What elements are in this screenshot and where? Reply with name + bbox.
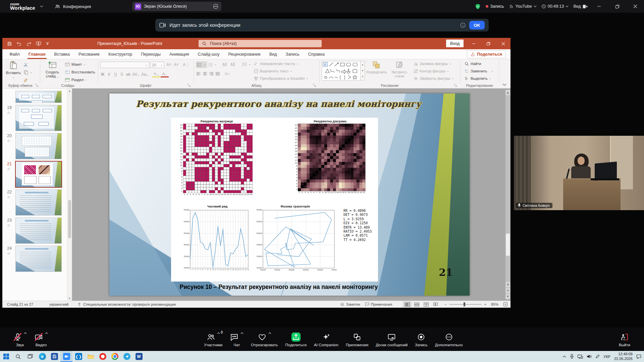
ribbon-tab[interactable]: Главная — [24, 49, 50, 59]
new-slide-button[interactable]: Создать слайд ⌄ — [43, 61, 62, 78]
slide-thumbnail[interactable]: 21 ☆ — [4, 162, 72, 187]
minimize-button[interactable] — [592, 0, 606, 13]
reading-view-button[interactable] — [422, 301, 430, 307]
quick-styles-button[interactable]: Экспресс-стили — [389, 61, 410, 78]
font-color-button[interactable]: A⌄ — [161, 72, 169, 77]
ppt-restore-button[interactable] — [481, 38, 496, 49]
chevron-up-icon[interactable] — [217, 332, 220, 334]
drawing-dialog-launcher[interactable] — [454, 84, 457, 87]
ribbon-tab[interactable]: Слайд-шоу — [194, 49, 224, 59]
fit-slide-button[interactable] — [503, 302, 508, 307]
grow-font-button[interactable]: A˄ — [166, 62, 171, 68]
scroll-up-icon[interactable]: ▲ — [67, 88, 72, 93]
paste-button[interactable]: Вставить⌄ — [5, 61, 22, 79]
accessibility-check[interactable]: Специальные возможности: проверьте реком… — [77, 302, 176, 307]
toolbar-react[interactable]: Отреагировать — [247, 327, 281, 351]
reset-button[interactable]: Восстановить — [65, 69, 95, 75]
slide-sorter-view-button[interactable] — [412, 301, 421, 307]
ribbon-tab[interactable]: Конструктор — [104, 49, 137, 59]
chevron-up-icon[interactable] — [24, 332, 27, 334]
ribbon-tab[interactable]: Анимация — [165, 49, 194, 59]
italic-button[interactable]: К — [106, 72, 112, 77]
section-button[interactable]: Раздел⌄ — [65, 77, 87, 83]
security-shield-icon[interactable] — [475, 3, 481, 10]
columns-button[interactable]: ⌄ — [225, 71, 230, 76]
slide-thumbnail-preview[interactable] — [16, 246, 61, 272]
ppt-close-button[interactable] — [496, 38, 511, 49]
align-center-button[interactable] — [202, 71, 208, 76]
font-dialog-launcher[interactable] — [187, 84, 191, 87]
slide-thumbnail-preview[interactable] — [16, 91, 61, 103]
scroll-down-icon[interactable]: ▼ — [67, 296, 72, 301]
comments-button[interactable]: Примечания — [365, 302, 392, 306]
slide-thumbnail[interactable]: 19 ☆ — [4, 105, 72, 131]
taskbar-search[interactable] — [12, 351, 24, 362]
chevron-up-icon[interactable] — [45, 332, 48, 334]
slide-thumbnail-preview[interactable] — [16, 162, 61, 187]
save-icon[interactable] — [7, 41, 12, 46]
justify-button[interactable] — [215, 71, 220, 76]
find-button[interactable]: Найти — [464, 61, 481, 67]
start-slideshow-icon[interactable] — [36, 41, 41, 46]
replace-button[interactable]: bcЗаменить⌄ — [464, 68, 493, 74]
ribbon-tab[interactable]: Файл — [5, 49, 24, 59]
tray-display-icon[interactable] — [578, 354, 583, 359]
redo-icon[interactable] — [26, 41, 32, 46]
shape-effects-button[interactable]: Эффекты фигуры⌄ — [413, 75, 454, 81]
clipboard-dialog-launcher[interactable] — [35, 84, 39, 87]
zoom-slider-track[interactable] — [449, 304, 482, 305]
align-left-button[interactable] — [196, 71, 201, 76]
toolbar-participants[interactable]: 8 Участники — [200, 327, 226, 351]
sign-in-button[interactable]: Вход — [446, 40, 464, 47]
taskbar-start[interactable] — [0, 351, 12, 362]
ribbon-tab[interactable]: Рисование — [74, 49, 104, 59]
ribbon-tab[interactable]: Запись — [281, 49, 304, 59]
font-size-select[interactable]: 20⌄ — [150, 62, 164, 68]
toolbar-share[interactable]: Поделиться — [281, 327, 310, 351]
zoom-in-button[interactable]: + — [484, 302, 486, 306]
taskbar-word[interactable]: W — [133, 351, 145, 362]
ribbon-tab[interactable]: Справка — [304, 49, 329, 59]
copy-button[interactable]: ⌄ — [23, 69, 32, 75]
thumbnail-scrollbar[interactable]: ▲ ▼ — [67, 88, 72, 301]
slide-thumbnail[interactable]: 20 ☆ — [4, 133, 72, 159]
toolbar-audio[interactable]: Звук — [9, 327, 31, 351]
tray-volume-icon[interactable] — [587, 354, 592, 359]
undo-icon[interactable] — [16, 41, 22, 46]
text-shadow-button[interactable]: S — [119, 72, 125, 77]
ribbon-tab[interactable]: Вид — [265, 49, 281, 59]
slide-counter[interactable]: Слайд 21 из 27 — [7, 302, 33, 306]
character-spacing-button[interactable]: AV⌄ — [131, 72, 140, 77]
toolbar-leave[interactable]: Выйти — [615, 327, 634, 351]
paragraph-dialog-launcher[interactable] — [313, 84, 316, 87]
chevron-up-icon[interactable] — [268, 332, 271, 334]
slideshow-view-button[interactable] — [431, 301, 440, 307]
search-box[interactable] — [199, 40, 322, 47]
ppt-minimize-button[interactable] — [466, 38, 481, 49]
align-text-button[interactable]: Выровнять текст⌄ — [253, 68, 292, 74]
shapes-gallery-scroll[interactable]: ▲▼⊽ — [361, 61, 365, 80]
notes-button[interactable]: Заметки — [340, 302, 360, 306]
decrease-indent-button[interactable] — [222, 61, 227, 67]
taskbar-clock[interactable]: 12:49:09 22.05.2025 — [614, 352, 633, 361]
text-direction-button[interactable]: AНаправление текста⌄ — [253, 61, 299, 67]
hidden-icons-chevron[interactable] — [562, 355, 566, 358]
convert-smartart-button[interactable]: Преобразовать в SmartArt⌄ — [253, 75, 308, 81]
change-case-button[interactable]: Aa⌄ — [141, 72, 149, 77]
language-indicator[interactable]: украинский — [49, 302, 68, 306]
slide-thumbnail[interactable]: 24 ☆ — [4, 246, 72, 272]
highlight-color-button[interactable]: ✎⌄ — [152, 72, 160, 77]
ribbon-tab[interactable]: Вставка — [50, 49, 74, 59]
arrange-button[interactable]: Упорядочить — [366, 61, 387, 74]
shape-outline-button[interactable]: Контур фигуры⌄ — [413, 68, 449, 74]
scroll-down-icon[interactable]: ▼ — [505, 282, 510, 287]
bullets-button[interactable]: ⌄ — [196, 61, 207, 68]
collapse-ribbon-icon[interactable] — [502, 83, 506, 86]
meeting-timer[interactable]: 00:49:13 — [541, 4, 569, 9]
chevron-down-icon[interactable] — [40, 5, 43, 7]
notification-center-icon[interactable] — [636, 354, 641, 359]
clear-formatting-button[interactable]: A⋮ — [183, 62, 190, 68]
font-name-select[interactable]: ⌄ — [100, 62, 149, 68]
close-button[interactable] — [629, 0, 642, 13]
underline-button[interactable]: Ч — [112, 72, 118, 77]
